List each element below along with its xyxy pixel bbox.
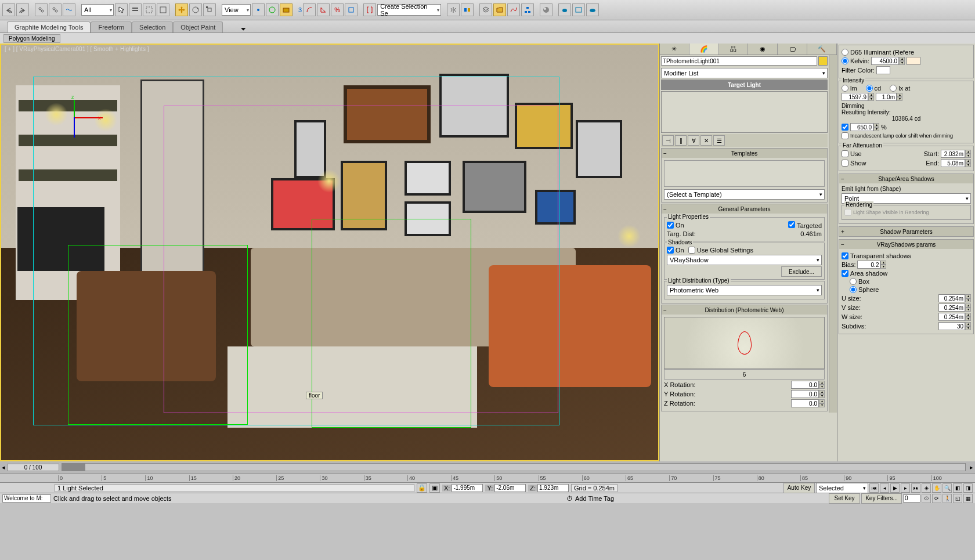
make-unique-button[interactable]: ∀ bbox=[688, 135, 699, 146]
lm-radio[interactable] bbox=[842, 85, 848, 92]
zrot-up[interactable]: ▴ bbox=[819, 399, 825, 403]
shadow-params-header[interactable]: Shadow Parameters bbox=[839, 227, 973, 236]
walk-button[interactable]: 🚶 bbox=[943, 494, 952, 503]
transparent-checkbox[interactable] bbox=[842, 252, 848, 259]
key-mode-button[interactable]: ◈ bbox=[922, 483, 931, 493]
modifier-stack-item[interactable]: Target Light bbox=[661, 80, 828, 90]
kelvin-radio[interactable] bbox=[842, 57, 848, 64]
prev-frame-button[interactable]: ◂ bbox=[880, 483, 889, 493]
layers-button[interactable] bbox=[479, 3, 492, 16]
xrot-input[interactable] bbox=[791, 381, 819, 389]
hierarchy-tab[interactable]: 品 bbox=[719, 44, 749, 55]
keyfilters-button[interactable]: Key Filters... bbox=[861, 493, 902, 504]
setkey-button[interactable]: Set Key bbox=[829, 493, 860, 504]
refcoord-dropdown[interactable]: View bbox=[222, 4, 251, 16]
vs-up[interactable]: ▴ bbox=[965, 304, 971, 308]
kelvin-up[interactable]: ▴ bbox=[899, 57, 905, 61]
vs-dn[interactable]: ▾ bbox=[965, 308, 971, 312]
selection-filter-dropdown[interactable]: All bbox=[81, 4, 114, 16]
us-up[interactable]: ▴ bbox=[965, 294, 971, 298]
zrot-dn[interactable]: ▾ bbox=[819, 403, 825, 407]
ws-dn[interactable]: ▾ bbox=[965, 317, 971, 321]
motion-tab[interactable]: ◉ bbox=[748, 44, 778, 55]
time-config-button[interactable]: ⏲ bbox=[922, 494, 931, 503]
select-region-button[interactable] bbox=[143, 3, 156, 16]
pan-view-button[interactable]: ✋ bbox=[932, 483, 941, 493]
keymode-dropdown[interactable]: Selected bbox=[816, 483, 868, 493]
unlink-button[interactable] bbox=[49, 3, 62, 16]
angle-snap-button[interactable] bbox=[317, 3, 330, 16]
zoom-ext-button[interactable]: ◨ bbox=[963, 483, 973, 493]
render-frame-button[interactable] bbox=[572, 3, 585, 16]
intensity-input[interactable] bbox=[842, 93, 868, 101]
int-up[interactable]: ▴ bbox=[868, 93, 874, 97]
yrot-input[interactable] bbox=[791, 390, 819, 398]
tab-freeform[interactable]: Freeform bbox=[91, 21, 132, 32]
show-checkbox[interactable] bbox=[842, 160, 848, 167]
pin-stack-button[interactable]: ⊣ bbox=[662, 135, 674, 146]
sphere-radio[interactable] bbox=[850, 286, 857, 293]
time-ruler[interactable]: 0510152025303540455055606570758085909510… bbox=[0, 473, 975, 482]
dim-input[interactable] bbox=[850, 123, 873, 131]
tab-selection[interactable]: Selection bbox=[132, 21, 173, 32]
display-tab[interactable]: 🖵 bbox=[778, 44, 807, 55]
gizmo-z-axis[interactable] bbox=[74, 100, 75, 117]
current-frame-input[interactable] bbox=[903, 494, 920, 503]
pivot-button[interactable] bbox=[252, 3, 265, 16]
goto-start-button[interactable]: ⏮ bbox=[869, 483, 879, 493]
play-button[interactable]: ▶ bbox=[890, 483, 900, 493]
layer-manager-button[interactable] bbox=[493, 3, 506, 16]
render-button[interactable] bbox=[586, 3, 599, 16]
use-global-checkbox[interactable] bbox=[688, 247, 695, 254]
modifier-list-dropdown[interactable]: Modifier List bbox=[661, 68, 828, 78]
window-crossing-button[interactable] bbox=[157, 3, 169, 16]
intensity-dist-input[interactable] bbox=[876, 93, 897, 101]
template-dropdown[interactable]: (Select a Template) bbox=[664, 189, 825, 200]
int-dn[interactable]: ▾ bbox=[868, 97, 874, 101]
show-end-button[interactable]: ‖ bbox=[675, 135, 687, 146]
viewport-label[interactable]: [ + ] [ VRayPhysicalCamera001 ] [ Smooth… bbox=[5, 46, 149, 52]
redo-button[interactable] bbox=[16, 3, 29, 16]
start-input[interactable] bbox=[941, 150, 965, 158]
next-frame-button[interactable]: ▸ bbox=[901, 483, 910, 493]
shadow-type-dropdown[interactable]: VRayShadow bbox=[667, 255, 822, 265]
goto-end-button[interactable]: ⏭ bbox=[911, 483, 920, 493]
add-timetag[interactable]: Add Time Tag bbox=[575, 495, 614, 502]
configure-button[interactable]: ☰ bbox=[713, 135, 725, 146]
end-dn[interactable]: ▾ bbox=[965, 163, 971, 167]
isolate-button[interactable]: ▣ bbox=[429, 483, 440, 493]
incandescent-checkbox[interactable] bbox=[842, 132, 848, 139]
welcome-input[interactable] bbox=[2, 494, 51, 503]
select-move-button[interactable] bbox=[175, 3, 188, 16]
light-on-checkbox[interactable] bbox=[667, 222, 674, 229]
end-up[interactable]: ▴ bbox=[965, 159, 971, 163]
orbit-button[interactable]: ⟳ bbox=[932, 494, 941, 503]
tab-graphite[interactable]: Graphite Modeling Tools bbox=[7, 21, 91, 32]
us-dn[interactable]: ▾ bbox=[965, 298, 971, 302]
templates-header[interactable]: Templates bbox=[662, 149, 827, 158]
yrot-up[interactable]: ▴ bbox=[819, 390, 825, 394]
slider-right-button[interactable]: ▸ bbox=[968, 464, 975, 471]
named-selection-dropdown[interactable]: Create Selection Se bbox=[377, 4, 441, 16]
undo-button[interactable] bbox=[2, 3, 15, 16]
exclude-button[interactable]: Exclude... bbox=[781, 266, 822, 277]
keyboard-shortcut-button[interactable] bbox=[280, 3, 292, 16]
use-checkbox[interactable] bbox=[842, 150, 848, 157]
subtab-polygon[interactable]: Polygon Modeling bbox=[3, 34, 60, 43]
gizmo-y-axis[interactable] bbox=[74, 117, 75, 138]
areashadow-checkbox[interactable] bbox=[842, 270, 848, 277]
lx-radio[interactable] bbox=[890, 85, 897, 92]
frame-indicator[interactable]: 0 / 100 bbox=[7, 464, 59, 471]
vsize-input[interactable] bbox=[938, 304, 965, 312]
kelvin-swatch[interactable] bbox=[907, 57, 920, 65]
d65-radio[interactable] bbox=[842, 49, 848, 56]
percent-snap-button[interactable]: % bbox=[331, 3, 344, 16]
end-input[interactable] bbox=[941, 159, 965, 167]
timetag-button[interactable]: ⏱ bbox=[566, 495, 573, 502]
create-tab[interactable]: ✳ bbox=[660, 44, 689, 55]
box-radio[interactable] bbox=[850, 278, 857, 285]
fov-button[interactable]: ◧ bbox=[953, 483, 962, 493]
curve-editor-button[interactable] bbox=[507, 3, 520, 16]
transform-gizmo[interactable]: x z bbox=[50, 94, 97, 140]
bias-input[interactable] bbox=[857, 261, 880, 269]
